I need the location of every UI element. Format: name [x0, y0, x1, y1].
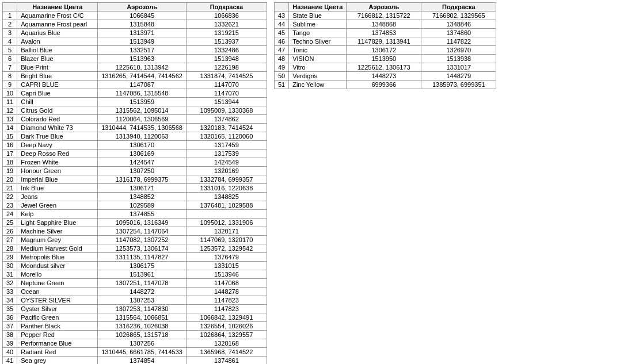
table-cell: 1374861: [186, 357, 267, 365]
table-cell: 1147087: [98, 81, 187, 89]
table-cell: 1448273: [347, 72, 421, 81]
table-cell: Capri Blue: [17, 89, 98, 98]
table-cell: 13: [3, 115, 17, 124]
table-cell: Sublime: [289, 20, 347, 29]
table-cell: 1310445, 6661785, 7414533: [98, 348, 187, 357]
table-cell: 1374855: [98, 210, 187, 219]
table-cell: 16: [3, 141, 17, 150]
table-cell: Sea grey: [17, 357, 98, 365]
table-cell: 11: [3, 98, 17, 106]
col2-num-header: [274, 3, 288, 12]
table-row: 50Verdigris14482731448279: [274, 72, 496, 81]
table-cell: 1331874, 7414525: [186, 72, 267, 81]
table-cell: 34: [3, 296, 17, 305]
table-cell: Aquamarine Frost C/C: [17, 12, 98, 20]
table-cell: Machine Silver: [17, 227, 98, 236]
table-row: 28Medium Harvest Gold1253573, 1306174125…: [3, 244, 267, 253]
table-cell: Chill: [17, 98, 98, 106]
table-row: 20Imperial Blue1316178, 69993751332784, …: [3, 175, 267, 184]
table-cell: 1513938: [421, 55, 496, 63]
table-cell: Deep Navy: [17, 141, 98, 150]
table-cell: 1226198: [186, 63, 267, 72]
table-cell: 7: [3, 63, 17, 72]
table-cell: Aquamanne Frost pearl: [17, 20, 98, 29]
table-cell: 7166802, 1329565: [421, 12, 496, 20]
table-cell: 50: [274, 72, 288, 81]
table-row: 7Blue Print1225610, 13139421226198: [3, 63, 267, 72]
table-cell: Jewel Green: [17, 201, 98, 210]
table-cell: Jeans: [17, 193, 98, 201]
table-cell: 1253573, 1306174: [98, 244, 187, 253]
table-cell: Blue Print: [17, 63, 98, 72]
table-cell: 1513948: [186, 55, 267, 63]
table-row: 19Honour Green13072501320169: [3, 167, 267, 175]
table-cell: 1376481, 1029588: [186, 201, 267, 210]
table-cell: 21: [3, 184, 17, 193]
col2-aerosol-header: Аэрозоль: [347, 3, 421, 12]
table-row: 15Dark True Blue1313940, 11200631320165,…: [3, 132, 267, 141]
table-cell: [186, 210, 267, 219]
col-aerosol-header: Аэрозоль: [98, 3, 187, 12]
tables-container: Название Цвета Аэрозоль Подкраска 1Aquam…: [2, 2, 637, 364]
table-cell: 1513937: [186, 37, 267, 46]
table-cell: Aquarius Blue: [17, 29, 98, 37]
table-cell: 1066836: [186, 12, 267, 20]
table-row: 5Balliol Blue13325171332486: [3, 46, 267, 55]
table-cell: 1385973, 6999351: [421, 81, 496, 89]
table-cell: 1448278: [186, 288, 267, 296]
table-cell: 1147070: [186, 81, 267, 89]
table-cell: Tango: [289, 29, 347, 37]
table-cell: 1513949: [98, 37, 187, 46]
table-cell: 51: [274, 81, 288, 89]
table-row: 44Sublime13488681348846: [274, 20, 496, 29]
table-row: 40Radiant Red1310445, 6661785, 741453313…: [3, 348, 267, 357]
table-row: 34OYSTER SILVER13072531147823: [3, 296, 267, 305]
table-cell: Light Sapphire Blue: [17, 219, 98, 227]
table-cell: 1307253, 1147830: [98, 305, 187, 313]
table-cell: 1348852: [98, 193, 187, 201]
table-cell: Diamond White 73: [17, 124, 98, 132]
table-cell: 1374854: [98, 357, 187, 365]
table-cell: 1317459: [186, 141, 267, 150]
table-cell: 1313940, 1120063: [98, 132, 187, 141]
table-cell: Honour Green: [17, 167, 98, 175]
table-cell: 39: [3, 339, 17, 348]
table-cell: 41: [3, 357, 17, 365]
table-cell: 1320171: [186, 227, 267, 236]
table-cell: Magnum Grey: [17, 236, 98, 244]
table-cell: 8: [3, 72, 17, 81]
table-cell: 12: [3, 106, 17, 115]
table-cell: 1320169: [186, 167, 267, 175]
table-cell: CAPRI BLUE: [17, 81, 98, 89]
table-cell: 1316265, 7414544, 7414562: [98, 72, 187, 81]
table-cell: 1306175: [98, 262, 187, 270]
table-cell: 1029589: [98, 201, 187, 210]
table-cell: 1513944: [186, 98, 267, 106]
table-cell: 1306172: [347, 46, 421, 55]
table-cell: Moondust silver: [17, 262, 98, 270]
table-cell: 27: [3, 236, 17, 244]
col-name-header: Название Цвета: [17, 3, 98, 12]
table-cell: 1331015: [186, 262, 267, 270]
table-cell: 1307253: [98, 296, 187, 305]
table-cell: 17: [3, 150, 17, 158]
table-row: 49Vitro1225612, 13061731331017: [274, 63, 496, 72]
table-cell: Radiant Red: [17, 348, 98, 357]
col-num-header: [3, 3, 17, 12]
table-cell: 1306169: [98, 150, 187, 158]
table-cell: 1307256: [98, 339, 187, 348]
table-cell: Tonic: [289, 46, 347, 55]
table-cell: 26: [3, 227, 17, 236]
table-cell: Ink Blue: [17, 184, 98, 193]
table-cell: 1513959: [98, 98, 187, 106]
table-cell: 1319215: [186, 29, 267, 37]
table-cell: 24: [3, 210, 17, 219]
table-cell: Medium Harvest Gold: [17, 244, 98, 253]
table-cell: Blazer Blue: [17, 55, 98, 63]
table-row: 24Kelp1374855: [3, 210, 267, 219]
table-row: 27Magnum Grey1147082, 13072521147069, 13…: [3, 236, 267, 244]
secondary-table: Название Цвета Аэрозоль Подкраска 43Stat…: [274, 2, 496, 89]
table-row: 12Citrus Gold1315562, 10950141095009, 13…: [3, 106, 267, 115]
table-cell: Performance Blue: [17, 339, 98, 348]
table-cell: 1147823: [186, 305, 267, 313]
